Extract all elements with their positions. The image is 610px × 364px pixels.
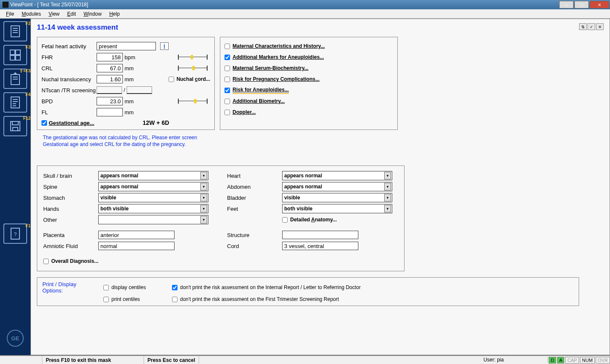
fha-input[interactable] [97, 42, 156, 50]
side-f4[interactable]: F4 [3, 92, 27, 113]
close-button[interactable]: ✕ [590, 1, 609, 8]
document-icon [9, 25, 21, 38]
fhr-slider[interactable] [178, 55, 208, 60]
info-button[interactable]: i [160, 42, 169, 50]
fl-input[interactable] [97, 108, 123, 116]
lbl-aneu-risk[interactable]: Risk for Aneuploidies... [233, 87, 289, 94]
heart-combo[interactable]: appears normal▼ [282, 171, 392, 180]
print-label: Print / Display Options: [42, 281, 98, 294]
print-centiles-check[interactable] [103, 297, 109, 302]
skull-combo[interactable]: appears normal▼ [98, 171, 208, 180]
ntscan-input-1[interactable] [97, 86, 122, 94]
dropdown-icon: ▼ [200, 183, 207, 190]
nuchal-cord-check[interactable] [169, 77, 174, 82]
cord-label: Cord [227, 243, 282, 249]
chk-add-biom[interactable] [225, 99, 230, 104]
status-ovr: OVR [596, 357, 610, 364]
side-f2[interactable]: F2 [3, 21, 27, 41]
ntscan-label: NTscan /TR screening [42, 87, 97, 94]
nt-input[interactable] [97, 75, 123, 83]
side-f3[interactable]: F3 [3, 45, 27, 65]
crl-slider[interactable] [178, 66, 208, 71]
placenta-label: Placenta [43, 232, 98, 238]
svg-rect-6 [10, 55, 15, 60]
cord-field[interactable]: 3 vessel, central [282, 242, 358, 250]
crl-unit: mm [125, 65, 137, 72]
status-esc: Press Esc to cancel [144, 356, 199, 364]
hands-label: Hands [43, 206, 98, 212]
menu-edit[interactable]: Edit [64, 10, 80, 18]
bpd-input[interactable] [97, 97, 123, 105]
placenta-field[interactable]: anterior [98, 231, 175, 239]
stomach-combo[interactable]: visible▼ [98, 193, 208, 202]
crl-input[interactable] [97, 64, 123, 72]
feet-combo[interactable]: both visible▼ [282, 204, 392, 213]
chk-serum[interactable] [225, 66, 230, 71]
dropdown-icon: ▼ [200, 205, 207, 212]
nuchal-cord-label[interactable]: Nuchal cord... [177, 76, 210, 82]
main-content: 11-14 week assessment ⇅ ✓ ✕ Fetal heart … [30, 19, 610, 355]
dropdown-icon: ▼ [384, 194, 391, 201]
menu-file[interactable]: File [3, 10, 17, 18]
side-shift-f3[interactable]: ⇧+F3 [3, 69, 27, 89]
lbl-doppler[interactable]: Doppler... [233, 109, 256, 115]
menu-window[interactable]: Window [80, 10, 105, 18]
menu-help[interactable]: Help [106, 10, 123, 18]
menu-view[interactable]: View [45, 10, 63, 18]
chk-add-markers[interactable] [225, 55, 230, 60]
fhr-input[interactable] [97, 53, 123, 61]
lbl-preg-comp[interactable]: Risk for Pregnancy Complications... [233, 76, 319, 82]
status-a: A [557, 357, 564, 364]
maximize-button[interactable]: □ [574, 1, 589, 8]
titlebar: ViewPoint - [ Test Test 25/07/2018] — □ … [0, 0, 610, 9]
hands-combo[interactable]: both visible▼ [98, 204, 208, 213]
lbl-mat-char[interactable]: Maternal Characteristics and History... [233, 43, 325, 49]
amniotic-field[interactable]: normal [98, 242, 175, 250]
title-action-close[interactable]: ✕ [596, 23, 604, 30]
ga-check[interactable] [42, 120, 47, 126]
minimize-button[interactable]: — [559, 1, 574, 8]
lbl-add-markers[interactable]: Additional Markers for Aneuploidies... [233, 54, 324, 60]
ge-logo-icon: GE [7, 330, 24, 347]
svg-rect-0 [11, 26, 19, 37]
chk-preg-comp[interactable] [225, 77, 230, 82]
lbl-serum[interactable]: Maternal Serum-Biochemistry... [233, 65, 308, 71]
chk-mat-char[interactable] [225, 44, 230, 49]
svg-text:?: ? [14, 232, 17, 237]
side-f1[interactable]: F1 ? [3, 223, 27, 244]
overall-diag-check[interactable] [43, 259, 49, 264]
print-options-panel: Print / Display Options: display centile… [37, 277, 579, 306]
abdomen-combo[interactable]: appears normal▼ [282, 182, 392, 191]
detailed-anatomy-check[interactable] [282, 217, 288, 223]
spine-combo[interactable]: appears normal▼ [98, 182, 208, 191]
other-label: Other [43, 217, 98, 223]
status-d: D [549, 357, 556, 364]
stomach-label: Stomach [43, 195, 98, 201]
svg-rect-7 [16, 55, 20, 60]
ntscan-input-2[interactable] [127, 86, 152, 94]
bladder-combo[interactable]: visible▼ [282, 193, 392, 202]
ga-value: 12W + 6D [143, 119, 169, 126]
detailed-anatomy-label[interactable]: Detailed Anatomy... [290, 217, 337, 223]
chk-doppler[interactable] [225, 110, 230, 115]
menu-modules[interactable]: Modules [18, 10, 44, 18]
dropdown-icon: ▼ [200, 216, 207, 223]
overall-diag-label[interactable]: Overall Diagnosis... [51, 258, 98, 264]
window-title: ViewPoint - [ Test Test 25/07/2018] [10, 2, 88, 8]
no-screening-check[interactable] [172, 297, 177, 302]
structure-field[interactable] [282, 231, 358, 239]
no-internal-check[interactable] [172, 285, 177, 290]
ga-link[interactable]: Gestational age... [49, 120, 94, 126]
title-action-1[interactable]: ⇅ [579, 23, 587, 30]
other-combo[interactable]: ▼ [98, 215, 208, 224]
svg-rect-17 [12, 121, 18, 125]
side-f12[interactable]: F12 [3, 116, 27, 136]
fha-label: Fetal heart activity [42, 43, 97, 50]
title-action-2[interactable]: ✓ [588, 23, 595, 30]
lbl-add-biom[interactable]: Additional Biometry... [233, 98, 285, 104]
bpd-slider[interactable] [178, 99, 208, 104]
nt-label: Nuchal translucency [42, 76, 97, 83]
amniotic-label: Amniotic Fluid [43, 243, 98, 249]
chk-aneu-risk[interactable] [225, 88, 230, 93]
disp-centiles-check[interactable] [103, 285, 109, 290]
